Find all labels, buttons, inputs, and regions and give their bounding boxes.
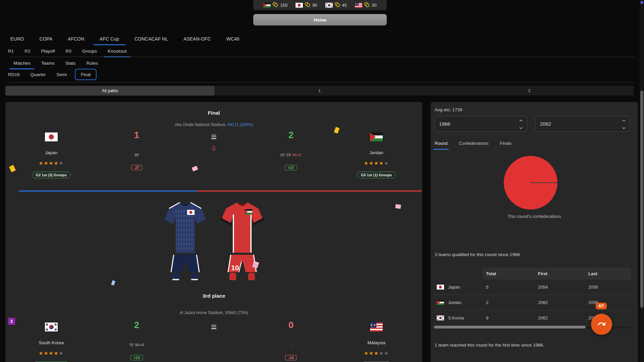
home-goal-times: 75' 90+4' [129,343,144,348]
tab-semi[interactable]: Semi [51,69,72,80]
wallet-amount: 90 [312,3,317,8]
away-team-name: Malaysia [368,340,385,345]
tab-quarter[interactable]: Quarter [25,69,51,80]
japan-kit [164,202,206,280]
year-from-input-group [434,116,527,132]
away-score: 0 [288,320,293,330]
step-down-icon[interactable] [622,125,626,131]
japan-flag-icon [296,3,303,8]
tab-wc48[interactable]: WC48 [219,34,247,44]
tab-groups[interactable]: Groups [77,46,102,56]
redo-arrow-icon [597,319,606,329]
home-team-stars: ★★★★★ [39,161,64,166]
malaysia-flag-icon [370,322,383,331]
tab-afc-cup[interactable]: AFC Cup [92,34,127,44]
stage-tabs: R1 R2 Playoff R3 Groups Knockout [3,46,644,56]
segment-path-2[interactable]: 2 [424,86,634,96]
home-score: 1 [134,130,139,140]
tab-matches[interactable]: Matches [8,58,36,68]
divider [10,57,635,57]
row-last: 2030 [585,285,631,290]
home-elo-change: +14 [130,355,143,360]
tab-r3[interactable]: R3 [60,46,77,56]
row-total: 2 [483,300,535,305]
pie-slice-divider [531,182,557,183]
row-first: 2062 [535,300,585,305]
away-elo-change: -14 [285,355,297,360]
tab-confederations[interactable]: Confederations [459,141,488,150]
row-last: 2058 [585,300,631,305]
wallet-bar: 150 90 45 30 [253,0,387,10]
tab-finals[interactable]: Finals [500,141,512,150]
qualified-text: 3 teams qualified for this round since 1… [435,252,521,257]
row-team-name: Japan [448,285,460,290]
away-team-stars: ★★★★★ [364,351,389,356]
away-team-column: Malaysia ★★★★★ [331,320,422,362]
match-menu-icon[interactable] [211,134,217,140]
tab-copa[interactable]: COPA [32,34,60,44]
year-to-input[interactable] [535,121,622,127]
wallet-entry-malaysia: 30 [355,2,376,8]
page-scrollbar[interactable] [640,0,644,362]
row-total: 9 [483,315,535,320]
next-round-fab[interactable] [591,314,612,335]
year-to-input-group [535,116,630,132]
tab-afcon[interactable]: AFCON [60,34,92,44]
tab-asean-ofc[interactable]: ASEAN-OFC [176,34,219,44]
away-group-badge: G5 1st (1) Groups [357,172,396,178]
attendance-link[interactable]: 44171 (100%) [228,122,253,127]
third-place-stadium-line: Al Jazira Home Stadium, 30640 (73%) [5,310,422,315]
south-korea-flag-icon [325,3,333,8]
home-button[interactable]: Home [253,14,387,25]
tab-r2[interactable]: R2 [19,46,36,56]
coins-icon [334,2,340,8]
first-time-text: 1 team reached this round for the first … [435,343,544,348]
tab-stats[interactable]: Stats [60,58,81,68]
scrollbar-thumb[interactable] [640,90,643,308]
tab-teams[interactable]: Teams [36,58,60,68]
coins-icon [364,2,370,8]
tab-euro[interactable]: EURO [3,34,32,44]
jordan-flag-patch [244,209,252,215]
final-stadium-line: Abu Dhabi National Stadium, 44171 (100%) [5,122,422,127]
wallet-entry-japan: 90 [296,2,317,8]
tab-playoff[interactable]: Playoff [36,46,60,56]
step-down-icon[interactable] [519,125,523,131]
col-first: First [535,267,585,280]
row-first: 2054 [535,285,585,290]
south-korea-flag-icon [437,315,444,320]
year-from-input[interactable] [434,121,519,127]
home-team-name: South Korea [39,340,64,345]
home-probability-segment [19,190,197,192]
section-tabs: Matches Teams Stats Rules [8,58,644,68]
segment-all-paths[interactable]: All paths [5,86,215,96]
tab-r1[interactable]: R1 [3,46,19,56]
tab-rd16[interactable]: RD16 [3,69,25,80]
wallet-entry-south-korea: 45 [325,2,347,8]
japan-flag-icon [45,132,58,141]
home-team-column: South Korea ★★★★★ [5,320,97,362]
win-probability-bar [19,190,422,192]
jordan-flag-icon [370,132,383,141]
col-last: Last [585,267,631,280]
step-up-icon[interactable] [519,117,523,123]
row-team-name: S.Korea [448,315,464,320]
home-score-column: 2 75' 90+4' +14 [97,320,176,362]
coins-icon [305,2,311,8]
step-up-icon[interactable] [622,117,626,123]
away-score-column: 0 - -14 [251,320,330,362]
tab-knockout[interactable]: Knockout [102,46,132,56]
home-group-badge: G2 1st (3) Groups [32,172,71,178]
tab-concacaf-nl[interactable]: CONCACAF NL [127,34,176,44]
wallet-amount: 150 [280,3,287,8]
segment-path-1[interactable]: 1 [215,86,425,96]
tab-round[interactable]: Round [435,141,447,150]
home-goal-times: 38' [134,153,139,158]
away-team-stars: ★★★★★ [364,161,389,166]
tab-rules[interactable]: Rules [81,58,104,68]
tab-final[interactable]: Final [75,69,97,80]
match-menu-icon[interactable] [211,324,217,330]
away-goal-times: 10' 29' 45+2' [280,153,302,158]
scrollbar-thumb[interactable] [434,326,586,328]
fab-progress-badge: 4/7 [596,303,607,309]
